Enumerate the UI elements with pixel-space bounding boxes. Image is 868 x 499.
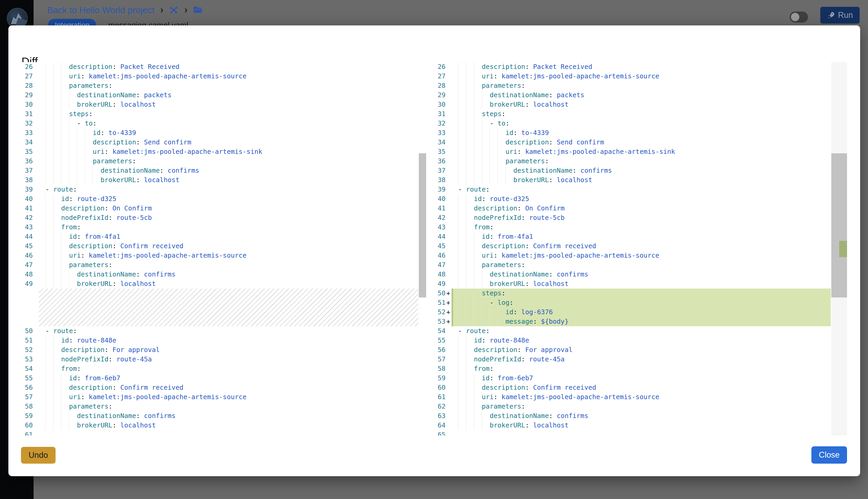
code-line-text: description: Confirm received xyxy=(39,241,418,251)
diff-line: 30 brokerURL: localhost xyxy=(435,100,831,109)
code-line-text: uri: kamelet:jms-pooled-apache-artemis-s… xyxy=(39,72,418,81)
line-marker xyxy=(33,411,39,421)
line-number: 61 xyxy=(435,392,445,402)
diff-line: 53+ message: ${body} xyxy=(435,317,831,326)
code-line-text: uri: kamelet:jms-pooled-apache-artemis-s… xyxy=(39,392,418,402)
code-line-text: parameters: xyxy=(452,81,831,90)
code-line-text: from: xyxy=(39,222,418,232)
line-number: 29 xyxy=(22,90,33,100)
added-line-marker: + xyxy=(445,317,452,326)
line-number: 50 xyxy=(435,289,445,298)
line-marker xyxy=(33,72,39,81)
line-number: 28 xyxy=(22,81,33,90)
left-scrollbar-thumb[interactable] xyxy=(419,153,426,297)
added-line-marker: + xyxy=(445,289,452,298)
diff-line: 36 parameters: xyxy=(22,157,418,166)
mode-toggle-switch[interactable] xyxy=(790,12,808,23)
diff-line: 60 brokerURL: localhost xyxy=(22,421,418,430)
line-gutter: 44 xyxy=(22,232,39,241)
line-number: 32 xyxy=(435,119,445,128)
breadcrumb-back-link[interactable]: Back to Hello World project xyxy=(47,5,154,15)
diff-line: 42 nodePrefixId: route-5cb xyxy=(22,213,418,222)
modified-code: 26 description: Packet Received27 uri: k… xyxy=(435,62,847,436)
line-marker xyxy=(33,222,39,232)
line-number: 54 xyxy=(435,326,445,336)
left-scrollbar[interactable] xyxy=(419,62,426,436)
diff-line: 38 brokerURL: localhost xyxy=(22,175,418,185)
line-marker xyxy=(33,62,39,72)
folder-icon[interactable] xyxy=(193,6,203,14)
diff-line: 58 parameters: xyxy=(22,402,418,411)
right-scrollbar[interactable] xyxy=(831,62,847,436)
line-gutter: 46 xyxy=(435,251,452,260)
code-line-text: - route: xyxy=(452,185,831,194)
line-gutter: 45 xyxy=(435,241,452,251)
line-gutter: 50 xyxy=(22,326,39,336)
code-line-text: parameters: xyxy=(452,260,831,270)
line-marker xyxy=(445,194,452,204)
line-number: 51 xyxy=(22,336,33,345)
code-line-text: destinationName: confirms xyxy=(39,411,418,421)
line-gutter: 65 xyxy=(435,430,452,436)
code-line-text: brokerURL: localhost xyxy=(452,279,831,289)
line-marker xyxy=(445,204,452,213)
line-gutter: 27 xyxy=(22,72,39,81)
line-gutter: 58 xyxy=(435,364,452,374)
code-line-text: destinationName: packets xyxy=(452,90,831,100)
diff-line: 48 destinationName: confirms xyxy=(22,270,418,279)
code-line-text: nodePrefixId: route-5cb xyxy=(39,213,418,222)
line-gutter: 47 xyxy=(435,260,452,270)
line-number: 65 xyxy=(435,430,445,436)
line-marker xyxy=(445,157,452,166)
diff-line: 29 destinationName: packets xyxy=(435,90,831,100)
diff-line: 59 destinationName: confirms xyxy=(22,411,418,421)
line-gutter: 32 xyxy=(22,119,39,128)
line-gutter: 62 xyxy=(435,402,452,411)
line-gutter: 63 xyxy=(435,411,452,421)
diff-line: 60 description: Confirm received xyxy=(435,383,831,392)
diff-line: 36 parameters: xyxy=(435,157,831,166)
diff-line: 33 id: to-4339 xyxy=(435,128,831,137)
line-marker xyxy=(445,326,452,336)
line-number: 35 xyxy=(22,147,33,157)
line-number: 39 xyxy=(435,185,445,194)
diff-line: 55 id: from-6eb7 xyxy=(22,374,418,383)
line-gutter: 59 xyxy=(435,374,452,383)
line-gutter: 54 xyxy=(22,364,39,374)
line-number: 33 xyxy=(22,128,33,137)
toggle-knob xyxy=(791,13,799,21)
diff-gap-placeholder xyxy=(22,289,418,326)
line-marker xyxy=(33,364,39,374)
code-line-text: id: route-848e xyxy=(39,336,418,345)
line-number: 42 xyxy=(22,213,33,222)
line-number: 49 xyxy=(22,279,33,289)
right-scrollbar-thumb[interactable] xyxy=(831,153,847,297)
line-marker xyxy=(445,119,452,128)
diff-line: 54 from: xyxy=(22,364,418,374)
diff-line: 56 description: Confirm received xyxy=(22,383,418,392)
code-line-text: brokerURL: localhost xyxy=(39,100,418,109)
diff-line: 45 description: Confirm received xyxy=(22,241,418,251)
undo-button[interactable]: Undo xyxy=(21,447,56,464)
line-number: 61 xyxy=(22,430,33,436)
diff-line: 40 id: route-d325 xyxy=(435,194,831,204)
line-gutter: 52+ xyxy=(435,307,452,317)
line-gutter: 41 xyxy=(435,204,452,213)
diff-line: 51+ - log: xyxy=(435,298,831,307)
line-gutter: 40 xyxy=(22,194,39,204)
integration-route-icon[interactable] xyxy=(169,5,179,15)
line-gutter: 55 xyxy=(435,336,452,345)
line-gutter: 30 xyxy=(435,100,452,109)
line-marker xyxy=(445,62,452,72)
line-number: 44 xyxy=(435,232,445,241)
line-number: 58 xyxy=(22,402,33,411)
code-line-text: destinationName: confirms xyxy=(452,411,831,421)
line-marker xyxy=(33,421,39,430)
code-line-text: parameters: xyxy=(39,402,418,411)
close-button[interactable]: Close xyxy=(811,446,847,464)
line-marker xyxy=(445,355,452,364)
run-button[interactable]: Run xyxy=(820,7,860,24)
line-gutter: 52 xyxy=(22,345,39,355)
line-gutter: 36 xyxy=(22,157,39,166)
diff-line: 48 destinationName: confirms xyxy=(435,270,831,279)
